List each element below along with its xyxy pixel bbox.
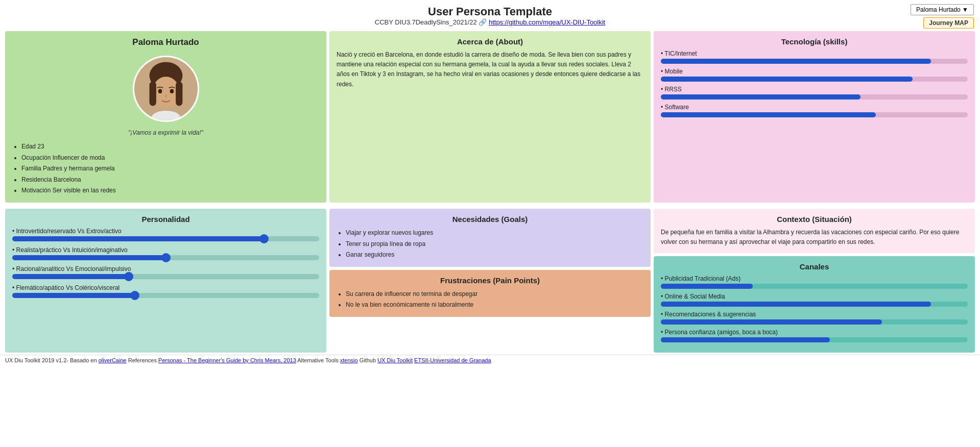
skill-bar-fill [661, 59, 931, 64]
footer-link3[interactable]: xtensio [340, 357, 358, 363]
need-item: Ganar seguidores [346, 250, 643, 261]
skill-item: • Mobile [661, 68, 968, 82]
needs-title: Necesidades (Goals) [337, 215, 643, 224]
row1-grid: Paloma Hurtado [0, 28, 980, 209]
canal-item: • Persona confianza (amigos, boca a boca… [661, 329, 968, 342]
svg-rect-3 [149, 82, 156, 106]
personality-bar-bg [12, 255, 319, 260]
user-dropdown-button[interactable]: Paloma Hurtado ▼ [911, 4, 974, 15]
about-text: Nació y creció en Barcelona, en donde es… [337, 50, 643, 89]
skill-label: • TIC/Internet [661, 50, 968, 57]
footer-text4: Github [358, 357, 378, 363]
svg-point-6 [170, 89, 174, 93]
canal-label: • Recomendaciones & sugerencias [661, 311, 968, 318]
frustrations-title: Frustraciones (Pain Points) [337, 276, 643, 285]
github-link[interactable]: https://github.com/mgea/UX-DIU-Toolkit [489, 18, 605, 26]
canal-bar-fill [661, 319, 882, 325]
personality-bar-fill [12, 274, 129, 279]
persona-quote: "¡Vamos a exprimir la vida!" [128, 129, 203, 136]
persona-details-list: Edad 23Ocupación Influencer de modaFamil… [12, 141, 319, 196]
svg-point-5 [158, 89, 162, 93]
personality-traits-list: • Introvertido/reservado Vs Extrov/activ… [12, 228, 319, 298]
skill-label: • Software [661, 104, 968, 111]
personality-bar-fill [12, 293, 135, 298]
row2-grid: Personalidad • Introvertido/reservado Vs… [0, 209, 980, 353]
need-item: Tener su propia línea de ropa [346, 239, 643, 250]
tech-skills-list: • TIC/Internet • Mobile • RRSS • Softwar… [661, 50, 968, 117]
skill-item: • Software [661, 104, 968, 117]
canal-bar-bg [661, 302, 968, 307]
middle-column: Necesidades (Goals) Viajar y explorar nu… [329, 209, 651, 353]
canal-bar-bg [661, 284, 968, 289]
canal-bar-fill [661, 284, 753, 289]
personality-bar-bg [12, 274, 319, 279]
canales-list: • Publicidad Tradicional (Ads) • Online … [661, 275, 968, 342]
canal-item: • Online & Social Media [661, 293, 968, 307]
footer-link1[interactable]: oliverCaine [99, 357, 127, 363]
skill-bar-bg [661, 112, 968, 117]
canal-label: • Online & Social Media [661, 293, 968, 300]
right-column: Contexto (Situación) De pequeña fue en f… [654, 209, 975, 353]
canales-title: Canales [661, 262, 968, 271]
footer-text1: UX Diu Toolkit 2019 v1.2- Basado en [5, 357, 99, 363]
avatar [133, 56, 199, 122]
svg-point-2 [152, 77, 179, 108]
canal-label: • Persona confianza (amigos, boca a boca… [661, 329, 968, 336]
personality-bar-thumb [124, 272, 133, 281]
personality-card: Personalidad • Introvertido/reservado Vs… [5, 209, 326, 353]
personality-bar-fill [12, 236, 264, 241]
persona-name: Paloma Hurtado [132, 37, 199, 47]
about-card: Acerca de (About) Nació y creció en Barc… [329, 31, 651, 203]
skill-bar-fill [661, 94, 861, 100]
skill-item: • RRSS [661, 86, 968, 100]
personality-bar-thumb [130, 291, 139, 300]
skill-bar-bg [661, 59, 968, 64]
skill-item: • TIC/Internet [661, 50, 968, 64]
canal-item: • Recomendaciones & sugerencias [661, 311, 968, 325]
persona-detail-item: Ocupación Influencer de moda [21, 153, 319, 164]
skill-label: • RRSS [661, 86, 968, 93]
personality-item: • Introvertido/reservado Vs Extrov/activ… [12, 228, 319, 241]
personality-item: • Flemático/apático Vs Colérico/visceral [12, 284, 319, 298]
personality-bar-fill [12, 255, 166, 260]
canal-bar-bg [661, 337, 968, 342]
frustration-item: Su carrera de influencer no termina de d… [346, 289, 643, 300]
canales-card: Canales • Publicidad Tradicional (Ads) •… [654, 256, 975, 353]
personality-bar-bg [12, 236, 319, 241]
page-title: User Persona Template [0, 5, 980, 18]
svg-rect-4 [176, 82, 182, 106]
persona-detail-item: Residencia Barcelona [21, 175, 319, 186]
frustration-item: No le va bien económicamente ni laboralm… [346, 300, 643, 311]
frustrations-card: Frustraciones (Pain Points) Su carrera d… [329, 270, 651, 317]
personality-title: Personalidad [12, 215, 319, 224]
footer-link5[interactable]: ETSII-Universidad de Granada [414, 357, 491, 363]
context-card: Contexto (Situación) De pequeña fue en f… [654, 209, 975, 253]
skill-bar-fill [661, 112, 876, 117]
canal-item: • Publicidad Tradicional (Ads) [661, 275, 968, 289]
personality-item: • Realista/práctico Vs Intuición/imagina… [12, 246, 319, 260]
skill-bar-fill [661, 77, 913, 82]
footer-link4[interactable]: UX Diu Toolkit [377, 357, 413, 363]
header: User Persona Template CCBY DIU3.7DeadlyS… [0, 0, 980, 28]
skill-bar-bg [661, 77, 968, 82]
footer: UX Diu Toolkit 2019 v1.2- Basado en oliv… [0, 355, 980, 365]
personality-label: • Introvertido/reservado Vs Extrov/activ… [12, 228, 319, 235]
canal-bar-fill [661, 337, 830, 342]
top-right-controls: Paloma Hurtado ▼ Journey MAP [911, 4, 974, 29]
persona-card: Paloma Hurtado [5, 31, 326, 203]
footer-text3: Alternative Tools [296, 357, 340, 363]
skill-bar-bg [661, 94, 968, 100]
personality-item: • Racional/analítico Vs Emocional/impuls… [12, 265, 319, 279]
subtitle-text: CCBY DIU3.7DeadlySins_2021/22 🔗 [375, 18, 487, 26]
persona-detail-item: Edad 23 [21, 141, 319, 153]
context-text: De pequeña fue en familia a visitar la A… [661, 228, 968, 247]
journey-map-button[interactable]: Journey MAP [923, 17, 974, 29]
canal-bar-bg [661, 319, 968, 325]
personality-label: • Flemático/apático Vs Colérico/visceral [12, 284, 319, 291]
personality-bar-thumb [259, 234, 269, 243]
tech-title: Tecnología (skills) [661, 37, 968, 46]
personality-label: • Realista/práctico Vs Intuición/imagina… [12, 246, 319, 254]
about-title: Acerca de (About) [337, 37, 643, 46]
persona-detail-item: Familia Padres y hermana gemela [21, 163, 319, 175]
footer-link2[interactable]: Personas - The Beginner's Guide by Chris… [158, 357, 296, 363]
